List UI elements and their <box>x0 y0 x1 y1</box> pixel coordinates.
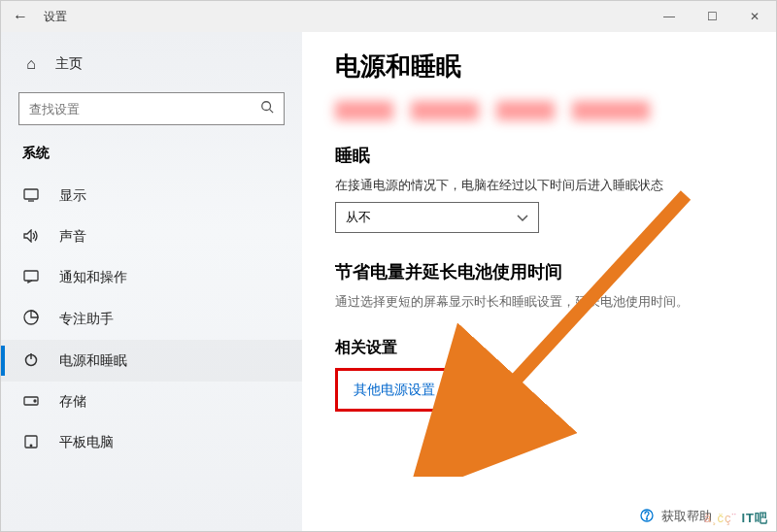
sleep-desc: 在接通电源的情况下，电脑在经过以下时间后进入睡眠状态 <box>335 177 749 194</box>
redacted-region <box>335 101 667 122</box>
watermark: ä¸čç¨ IT吧 <box>704 510 768 527</box>
help-icon <box>640 509 654 525</box>
svg-marker-4 <box>24 230 31 242</box>
search-icon <box>260 100 274 117</box>
sidebar-item-label: 平板电脑 <box>59 434 114 451</box>
sidebar-item-storage[interactable]: 存储 <box>1 382 302 422</box>
save-desc: 通过选择更短的屏幕显示时长和睡眠设置，延长电池使用时间。 <box>335 293 749 311</box>
sidebar-item-notifications[interactable]: 通知和操作 <box>1 257 302 298</box>
notifications-icon <box>22 270 40 286</box>
sound-icon <box>22 229 40 246</box>
sidebar: ⌂ 主页 系统 显示 <box>1 32 302 531</box>
svg-point-14 <box>646 517 647 518</box>
sidebar-item-tablet[interactable]: 平板电脑 <box>1 422 302 463</box>
close-button[interactable]: ✕ <box>733 1 776 32</box>
sidebar-item-label: 专注助手 <box>59 311 114 328</box>
sleep-heading: 睡眠 <box>335 144 749 167</box>
home-label: 主页 <box>55 55 83 73</box>
svg-rect-5 <box>24 271 38 281</box>
content-panel: 电源和睡眠 睡眠 在接通电源的情况下，电脑在经过以下时间后进入睡眠状态 从不 节… <box>302 32 776 531</box>
svg-rect-2 <box>24 189 38 199</box>
tablet-icon <box>22 435 40 451</box>
window-title: 设置 <box>44 9 648 25</box>
display-icon <box>22 188 40 205</box>
additional-power-link[interactable]: 其他电源设置 <box>354 382 435 397</box>
svg-point-0 <box>262 102 271 111</box>
sidebar-item-label: 显示 <box>59 187 86 205</box>
get-help-link[interactable]: 获取帮助 <box>640 508 712 525</box>
sidebar-item-label: 存储 <box>59 393 86 411</box>
back-button[interactable]: ← <box>13 8 44 25</box>
svg-point-10 <box>34 400 36 402</box>
minimize-button[interactable]: — <box>648 1 691 32</box>
related-heading: 相关设置 <box>335 338 749 358</box>
svg-point-12 <box>30 445 32 447</box>
sidebar-item-label: 电源和睡眠 <box>59 352 127 370</box>
search-input[interactable] <box>29 102 260 116</box>
storage-icon <box>22 394 40 410</box>
page-title: 电源和睡眠 <box>335 50 749 83</box>
highlight-annotation: 其他电源设置 <box>335 368 454 412</box>
home-icon: ⌂ <box>22 55 40 73</box>
focus-icon <box>22 310 40 328</box>
sleep-dropdown[interactable]: 从不 <box>335 202 539 233</box>
search-input-wrap[interactable] <box>18 92 285 125</box>
svg-line-1 <box>270 110 274 114</box>
sidebar-item-focus[interactable]: 专注助手 <box>1 298 302 340</box>
sidebar-item-display[interactable]: 显示 <box>1 176 302 216</box>
save-heading: 节省电量并延长电池使用时间 <box>335 260 749 283</box>
power-icon <box>22 351 40 370</box>
sidebar-section-label: 系统 <box>1 139 302 176</box>
sleep-value: 从不 <box>346 209 371 226</box>
sidebar-item-label: 声音 <box>59 228 86 246</box>
sidebar-item-sound[interactable]: 声音 <box>1 216 302 257</box>
sidebar-item-power[interactable]: 电源和睡眠 <box>1 340 302 382</box>
maximize-button[interactable]: ☐ <box>691 1 733 32</box>
chevron-down-icon <box>517 211 528 225</box>
sidebar-item-label: 通知和操作 <box>59 269 127 286</box>
home-nav[interactable]: ⌂ 主页 <box>1 46 302 83</box>
